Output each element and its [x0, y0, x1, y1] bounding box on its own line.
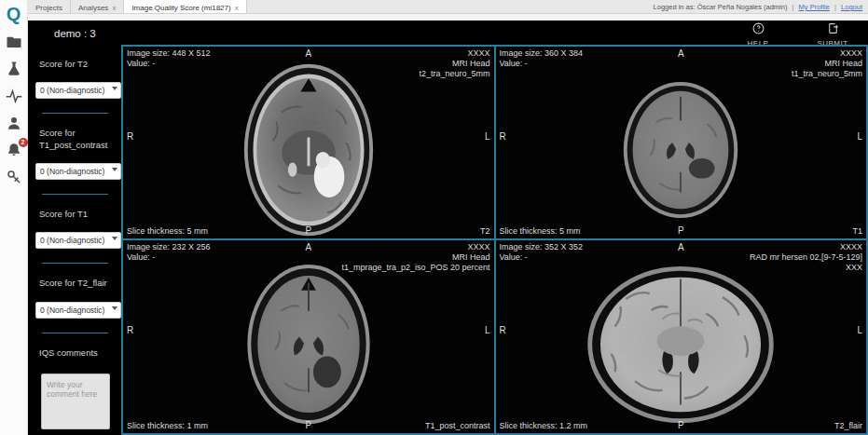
score-label-t2: Score for T2: [39, 59, 117, 70]
viewport-info-topright: XXXX MRI Head t1_tra_neuro_5mm: [792, 48, 862, 78]
score-label-t2-flair: Score for T2_flair: [39, 278, 117, 289]
orientation-anterior: A: [123, 242, 494, 253]
series-id-text: XXXX: [750, 242, 862, 252]
tab-analyses[interactable]: Analyses x: [71, 0, 124, 13]
score-select-t2[interactable]: 0 (Non-diagnostic): [35, 82, 121, 99]
value-text: Value: -: [127, 252, 211, 263]
score-label-t1: Score for T1: [39, 209, 117, 220]
mri-brain-t2-flair: [572, 263, 791, 427]
mri-brain-t1-post-contrast: [234, 259, 383, 430]
folder-icon[interactable]: [6, 34, 22, 50]
help-icon: [752, 21, 765, 37]
orientation-left: L: [857, 325, 862, 336]
series-id-text: XXXX: [792, 48, 862, 59]
viewport-t1[interactable]: Image size: 360 X 384 Value: - A XXXX MR…: [496, 47, 867, 238]
score-select-t2-flair-wrap: 0 (Non-diagnostic): [35, 300, 121, 319]
viewport-t1-post-contrast[interactable]: Image size: 232 X 256 Value: - A XXXX MR…: [123, 240, 494, 433]
mri-brain-t1: [610, 76, 751, 224]
key-icon[interactable]: [6, 169, 22, 185]
page-title: demo : 3: [54, 28, 96, 39]
my-profile-link[interactable]: My Profile: [799, 3, 830, 11]
tab-close-icon[interactable]: x: [235, 4, 239, 12]
orientation-right: R: [500, 131, 506, 143]
logout-link[interactable]: Logout: [841, 3, 862, 11]
divider: [42, 333, 108, 333]
separator: |: [834, 3, 836, 11]
study-text: RAD mr hersen 02,[9-7-5-129]: [750, 252, 862, 263]
help-button[interactable]: HELP: [730, 21, 786, 48]
tab-label: Analyses: [78, 4, 108, 12]
slice-thickness-text: Slice thickness: 1 mm: [127, 421, 208, 431]
user-icon[interactable]: [6, 115, 22, 131]
app-logo[interactable]: Q: [7, 4, 21, 24]
divider: [42, 113, 108, 114]
mri-brain-t2: [227, 61, 390, 238]
iqs-comments-label: IQS comments: [39, 347, 117, 359]
divider: [42, 263, 108, 264]
study-text: MRI Head: [792, 59, 862, 69]
iqs-comments-input[interactable]: [41, 374, 110, 429]
orientation-anterior: A: [123, 48, 494, 60]
tab-image-quality-score[interactable]: Image Quality Score (mi1827) x: [124, 0, 246, 13]
viewport-info-topleft: Image size: 352 X 352 Value: -: [500, 242, 584, 263]
orientation-anterior: A: [496, 242, 867, 253]
separator: |: [792, 3, 794, 11]
image-size-text: Image size: 232 X 256: [127, 242, 211, 252]
contrast-label: T2_flair: [834, 421, 862, 431]
score-select-t2-flair[interactable]: 0 (Non-diagnostic): [35, 302, 121, 319]
orientation-anterior: A: [496, 48, 867, 60]
tab-label: Projects: [35, 4, 62, 12]
score-select-t1-wrap: 0 (Non-diagnostic): [35, 230, 121, 249]
viewport-info-topright: XXXX MRI Head t2_tra_neuro_5mm: [419, 48, 489, 78]
orientation-left: L: [857, 131, 862, 143]
contrast-label: T2: [480, 226, 490, 237]
image-size-text: Image size: 360 X 384: [500, 48, 584, 59]
value-text: Value: -: [500, 252, 584, 263]
slice-thickness-text: Slice thickness: 5 mm: [500, 226, 581, 237]
contrast-label: T1_post_contrast: [425, 421, 490, 431]
contrast-label: T1: [852, 226, 862, 237]
bell-icon[interactable]: 2: [6, 142, 22, 158]
orientation-left: L: [485, 131, 490, 143]
viewport-t2-flair[interactable]: Image size: 352 X 352 Value: - A XXXX RA…: [496, 240, 867, 433]
viewport-info-topleft: Image size: 232 X 256 Value: -: [127, 242, 211, 263]
orientation-right: R: [500, 325, 506, 336]
activity-icon[interactable]: [6, 88, 22, 104]
viewport-grid: Image size: 448 X 512 Value: - A XXXX MR…: [121, 45, 868, 435]
orientation-posterior: P: [496, 225, 867, 237]
viewport-t2[interactable]: Image size: 448 X 512 Value: - A XXXX MR…: [123, 47, 494, 238]
tab-close-icon[interactable]: x: [112, 4, 116, 12]
image-size-text: Image size: 352 X 352: [500, 242, 584, 252]
score-select-t1[interactable]: 0 (Non-diagnostic): [35, 232, 121, 249]
series-id-text: XXXX: [341, 242, 489, 252]
score-select-t2-wrap: 0 (Non-diagnostic): [35, 80, 121, 99]
study-text: MRI Head: [419, 59, 489, 69]
orientation-right: R: [127, 325, 133, 336]
slice-thickness-text: Slice thickness: 5 mm: [127, 226, 208, 237]
app-sidebar: Q 2: [0, 0, 28, 435]
series-id-text: XXXX: [419, 48, 489, 59]
value-text: Value: -: [127, 59, 211, 69]
submit-button[interactable]: SUBMIT: [805, 21, 861, 48]
orientation-left: L: [485, 325, 490, 336]
orientation-right: R: [127, 131, 133, 143]
topbar-gap: [28, 14, 868, 20]
viewport-info-topleft: Image size: 360 X 384 Value: -: [500, 48, 584, 69]
flask-icon[interactable]: [6, 61, 22, 77]
main-viewer-panel: demo : 3 HELP SUBMIT Score for T2 0 (Non…: [28, 20, 868, 435]
tab-projects[interactable]: Projects: [28, 0, 71, 13]
tab-label: Image Quality Score (mi1827): [131, 4, 230, 12]
value-text: Value: -: [500, 59, 584, 69]
user-bar: Logged in as: Óscar Peña Nogales (admin)…: [654, 0, 868, 13]
score-select-t1-post-contrast[interactable]: 0 (Non-diagnostic): [35, 163, 121, 180]
viewport-info-topleft: Image size: 448 X 512 Value: -: [127, 48, 211, 69]
sequence-text: t2_tra_neuro_5mm: [419, 69, 489, 79]
viewer-header: demo : 3 HELP SUBMIT: [28, 20, 868, 45]
score-select-t1-post-contrast-wrap: 0 (Non-diagnostic): [35, 161, 121, 180]
divider: [42, 194, 108, 195]
score-label-t1-post-contrast: Score for T1_post_contrast: [39, 128, 117, 151]
submit-icon: [827, 21, 839, 37]
sequence-text: t1_tra_neuro_5mm: [792, 69, 862, 79]
logged-in-text: Logged in as: Óscar Peña Nogales (admin): [654, 3, 788, 11]
score-panel: Score for T2 0 (Non-diagnostic) Score fo…: [28, 45, 121, 435]
